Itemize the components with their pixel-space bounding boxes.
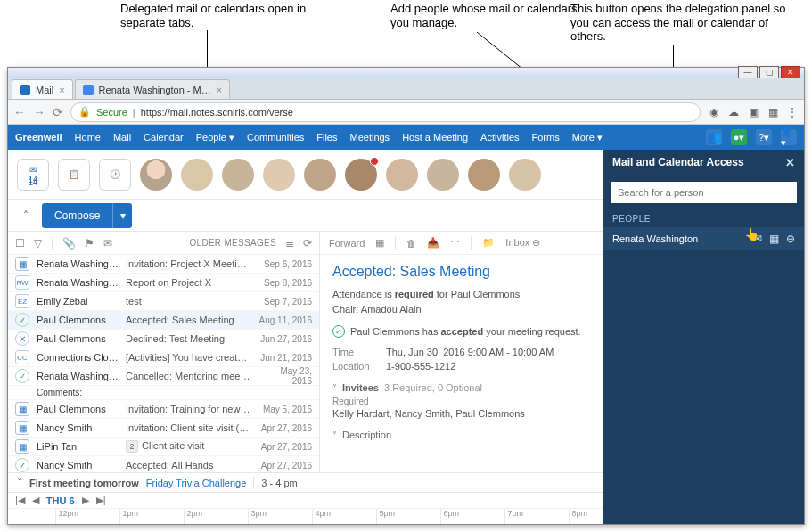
ext-icon[interactable]: ▦ xyxy=(767,106,779,119)
browser-window: — ▢ ✕ Mail × Renata Washington - M… × ← … xyxy=(7,67,805,525)
description-header[interactable]: ˅ Description xyxy=(332,430,591,440)
message-row[interactable]: ▦Paul ClemmonsInvitation: Training for n… xyxy=(8,400,319,419)
nav-forward-icon[interactable]: → xyxy=(33,105,45,119)
message-date: Sep 8, 2016 xyxy=(258,278,312,288)
contact-avatar[interactable] xyxy=(140,159,172,191)
more-icon[interactable]: ⋯ xyxy=(450,237,460,249)
ext-icon[interactable]: ▣ xyxy=(747,106,759,119)
delegated-person-row[interactable]: Renata Washington ✉ ▦ ⊖ xyxy=(603,227,804,250)
attachment-icon[interactable]: 📎 xyxy=(62,237,76,250)
remove-icon[interactable]: ⊖ xyxy=(786,233,795,245)
nav-more[interactable]: More ▾ xyxy=(572,132,603,143)
forward-button[interactable]: Forward xyxy=(329,238,365,249)
window-maximize[interactable]: ▢ xyxy=(759,66,779,78)
timeline-tick: 2pm xyxy=(184,509,202,524)
timeline-next[interactable]: ▶ xyxy=(82,495,89,506)
help-icon[interactable]: ?▾ xyxy=(756,129,772,145)
contact-avatar[interactable] xyxy=(509,159,541,191)
delegation-button[interactable]: 👥 xyxy=(706,129,722,145)
nav-home[interactable]: Home xyxy=(75,132,101,143)
nav-back-icon[interactable]: ← xyxy=(13,105,26,119)
filter-icon[interactable]: ▽ xyxy=(34,237,42,250)
contact-avatar[interactable] xyxy=(304,159,336,191)
nav-calendar[interactable]: Calendar xyxy=(144,132,184,143)
nav-activities[interactable]: Activities xyxy=(480,132,519,143)
refresh-icon[interactable]: ⟳ xyxy=(303,237,312,250)
mail-icon[interactable]: ✉ xyxy=(753,233,762,245)
menu-icon[interactable]: ⋮ xyxy=(786,106,799,119)
window-close[interactable]: ✕ xyxy=(781,66,800,78)
message-row[interactable]: ✓Nancy SmithAccepted: All HandsApr 27, 2… xyxy=(8,456,319,472)
eye-icon[interactable]: ◉ xyxy=(708,106,720,119)
message-row[interactable]: ▦Nancy SmithInvitation: Client site visi… xyxy=(8,419,319,438)
timeline-first[interactable]: |◀ xyxy=(15,495,25,506)
nav-files[interactable]: Files xyxy=(316,132,337,143)
nav-reload-icon[interactable]: ⟳ xyxy=(53,105,63,119)
message-row[interactable]: ▦LiPin Tan2Client site visitApr 27, 2016 xyxy=(8,438,319,456)
message-row[interactable]: ✕Paul ClemmonsDeclined: Test MeetingJun … xyxy=(8,330,319,348)
browser-tab-delegate[interactable]: Renata Washington - M… × xyxy=(75,79,231,99)
contact-avatar[interactable] xyxy=(386,159,418,191)
check-icon: ✓ xyxy=(15,313,29,327)
inbox-label[interactable]: Inbox ⊖ xyxy=(505,237,540,249)
search-person-input[interactable] xyxy=(611,182,797,203)
older-messages-label[interactable]: OLDER MESSAGES xyxy=(189,238,276,248)
tab-label: Mail xyxy=(36,85,53,95)
compose-button[interactable]: Compose xyxy=(42,203,112,228)
user-menu-icon[interactable]: 👤▾ xyxy=(781,129,797,145)
close-icon[interactable]: × xyxy=(59,85,64,95)
nav-people[interactable]: People ▾ xyxy=(196,132,234,143)
nav-forms[interactable]: Forms xyxy=(532,132,560,143)
checkbox-icon[interactable]: ☐ xyxy=(15,237,25,250)
message-row[interactable]: RWRenata WashingtonReport on Project XSe… xyxy=(8,274,319,292)
message-sender: Nancy Smith xyxy=(37,460,119,471)
timeline-prev[interactable]: ◀ xyxy=(32,495,39,506)
status-icon[interactable]: ●▾ xyxy=(731,129,747,145)
cloud-icon[interactable]: ☁ xyxy=(727,106,740,119)
message-row[interactable]: ✓Renata WashingtonCancelled: Mentoring m… xyxy=(8,367,319,386)
calendar-icon[interactable]: ▦ xyxy=(769,233,779,245)
grid-view-icon[interactable]: ▦ xyxy=(375,237,384,249)
brand-label[interactable]: Greenwell xyxy=(15,132,62,143)
message-row[interactable]: ▦Renata WashingtonInvitation: Project X … xyxy=(8,255,319,274)
todo-button[interactable]: 📋 xyxy=(58,159,90,191)
collapse-button[interactable]: ˄ xyxy=(17,203,35,228)
folder-icon[interactable]: 📁 xyxy=(482,237,495,249)
nav-communities[interactable]: Communities xyxy=(247,132,304,143)
waiting-button[interactable]: 🕑 xyxy=(99,159,131,191)
url-field[interactable]: 🔒 Secure | https://mail.notes.scniris.co… xyxy=(70,102,701,122)
message-row[interactable]: ✓Paul ClemmonsAccepted: Sales MeetingAug… xyxy=(8,311,319,330)
timeline-tick: 5pm xyxy=(376,509,395,524)
trash-icon[interactable]: 🗑 xyxy=(406,238,416,249)
message-row[interactable]: CCConnections Cloud[Activities] You have… xyxy=(8,348,319,367)
window-minimize[interactable]: — xyxy=(738,66,758,78)
contact-avatar[interactable] xyxy=(468,159,500,191)
nav-mail[interactable]: Mail xyxy=(113,132,131,143)
timeline-day[interactable]: THU 6 xyxy=(46,495,75,506)
contact-avatar[interactable] xyxy=(181,159,213,191)
archive-icon[interactable]: 📥 xyxy=(427,237,439,249)
favicon-icon xyxy=(83,85,94,95)
inbox-button[interactable]: ✉ 14 xyxy=(17,159,49,191)
contact-avatar[interactable] xyxy=(263,159,295,191)
nav-meetings[interactable]: Meetings xyxy=(349,132,390,143)
timeline-last[interactable]: ▶| xyxy=(96,495,106,506)
calendar-icon: ▦ xyxy=(15,421,29,435)
list-density-icon[interactable]: ≣ xyxy=(285,237,294,250)
preview-toolbar: Forward ▦ 🗑 📥 ⋯ 📁 Inbox ⊖ xyxy=(320,232,603,255)
chevron-down-icon[interactable]: ˅ xyxy=(17,477,22,488)
close-icon[interactable]: × xyxy=(217,85,222,95)
message-subject: Report on Project X xyxy=(126,277,251,288)
contact-avatar[interactable] xyxy=(222,159,254,191)
envelope-icon[interactable]: ✉ xyxy=(103,237,112,250)
flag-icon[interactable]: ⚑ xyxy=(85,237,94,250)
message-row[interactable]: EZEmily ZebaltestSep 7, 2016 xyxy=(8,292,319,311)
close-icon[interactable]: ✕ xyxy=(785,156,795,169)
browser-tab-mail[interactable]: Mail × xyxy=(12,79,73,99)
contact-avatar[interactable] xyxy=(345,159,377,191)
compose-dropdown[interactable]: ▾ xyxy=(112,203,132,228)
contact-avatar[interactable] xyxy=(427,159,459,191)
nav-host-meeting[interactable]: Host a Meeting xyxy=(402,132,468,143)
invitees-header[interactable]: ˅ Invitees 3 Required, 0 Optional xyxy=(332,382,591,393)
next-meeting-event[interactable]: Friday Trivia Challenge xyxy=(146,478,247,488)
